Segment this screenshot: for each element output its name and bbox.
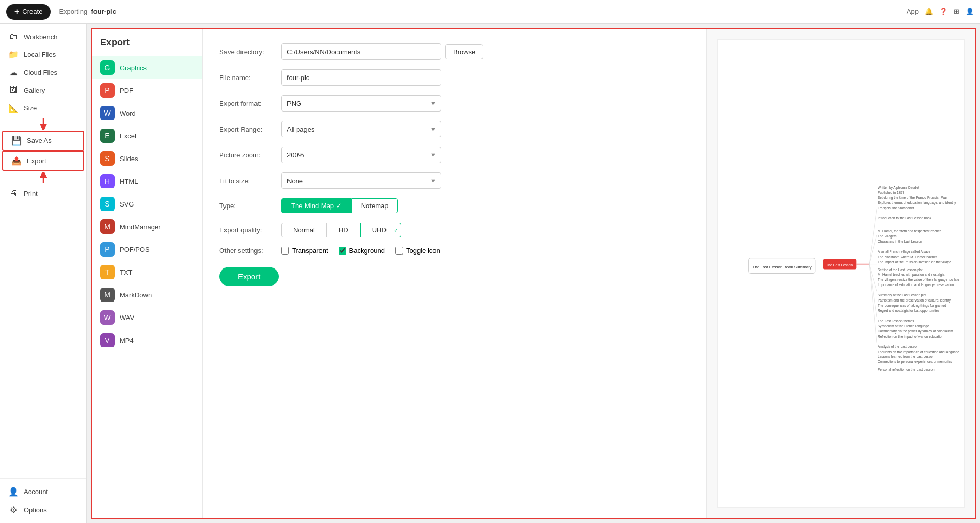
options-icon: ⚙ <box>8 505 19 515</box>
topbar-right: App 🔔 ❓ ⊞ 👤 <box>907 8 974 15</box>
quality-normal-button[interactable]: Normal <box>281 223 327 237</box>
fit-to-size-row: Fit to size: None A4 A3 Letter ▼ <box>219 172 690 189</box>
export-nav-html[interactable]: H HTML <box>92 170 202 193</box>
export-nav-mindmanager[interactable]: M MindManager <box>92 215 202 238</box>
sidebar-item-print[interactable]: 🖨 Print <box>0 184 86 202</box>
quality-hd-button[interactable]: HD <box>327 223 360 237</box>
background-checkbox-wrap[interactable]: Background <box>339 247 385 255</box>
svg-text:Reflection on the impact of wa: Reflection on the impact of war on educa… <box>878 335 943 339</box>
svg-text:The Last Lesson: The Last Lesson <box>826 263 853 267</box>
svg-text:Commentary on the power dynami: Commentary on the power dynamics of colo… <box>878 329 953 334</box>
other-settings-row: Other settings: Transparent Background <box>219 247 690 255</box>
pofpos-icon: P <box>100 242 115 257</box>
svg-text:The consequences of taking thi: The consequences of taking things for gr… <box>878 304 946 308</box>
svg-text:Explores themes of education, : Explores themes of education, language, … <box>878 201 956 205</box>
bell-icon[interactable]: 🔔 <box>925 8 933 15</box>
sidebar-item-label: Account <box>24 488 48 496</box>
export-button[interactable]: Export <box>219 267 279 286</box>
picture-zoom-select[interactable]: 50% 100% 150% 200% 300% <box>281 147 441 163</box>
type-label: Type: <box>219 202 281 210</box>
grid-icon[interactable]: ⊞ <box>954 8 959 15</box>
fit-to-size-label: Fit to size: <box>219 177 281 185</box>
picture-zoom-row: Picture zoom: 50% 100% 150% 200% 300% ▼ <box>219 147 690 163</box>
mindmap-preview: The Last Lesson Book Summary The Last Le… <box>717 39 965 508</box>
svg-text:Importance of education and la: Importance of education and language pre… <box>878 283 954 287</box>
quality-label: Export quality: <box>219 226 281 234</box>
export-form: Save directory: Browse File name: Export… <box>203 29 706 518</box>
quality-uhd-button[interactable]: UHD <box>360 223 401 237</box>
save-directory-input[interactable] <box>281 43 441 60</box>
quality-group: Normal HD UHD <box>281 223 401 237</box>
nav-graphics-label: Graphics <box>120 64 147 72</box>
export-nav-txt[interactable]: T TXT <box>92 261 202 283</box>
size-icon: 📐 <box>8 103 19 113</box>
sidebar-item-export[interactable]: 📤 Export <box>2 151 84 171</box>
export-nav-svg[interactable]: S SVG <box>92 193 202 215</box>
other-settings-label: Other settings: <box>219 247 281 255</box>
mindmap-svg: The Last Lesson Book Summary The Last Le… <box>718 40 964 507</box>
type-row: Type: The Mind Map ✓ Notemap <box>219 198 690 213</box>
export-nav-graphics[interactable]: G Graphics <box>92 56 202 79</box>
background-label: Background <box>349 247 385 255</box>
type-notemap-button[interactable]: Notemap <box>351 198 398 213</box>
browse-button[interactable]: Browse <box>445 44 483 59</box>
file-name-row: File name: <box>219 69 690 86</box>
app-label[interactable]: App <box>907 8 919 15</box>
type-mindmap-button[interactable]: The Mind Map ✓ <box>281 198 351 213</box>
type-group: The Mind Map ✓ Notemap <box>281 198 398 213</box>
export-format-wrap: PNG JPG BMP TIFF ▼ <box>281 95 441 112</box>
slides-icon: S <box>100 151 115 166</box>
quality-row: Export quality: Normal HD UHD <box>219 223 690 237</box>
user-icon[interactable]: 👤 <box>966 8 974 15</box>
sidebar-item-size[interactable]: 📐 Size <box>0 99 86 117</box>
gallery-icon: 🖼 <box>8 86 19 95</box>
toggle-icon-checkbox[interactable] <box>395 247 403 255</box>
svg-text:Connections to personal experi: Connections to personal experiences or m… <box>878 360 952 364</box>
export-nav-pofpos[interactable]: P POF/POS <box>92 238 202 261</box>
workbench-icon: 🗂 <box>8 32 19 41</box>
sidebar-item-cloud-files[interactable]: ☁ Cloud Files <box>0 64 86 82</box>
svg-text:A small French village called : A small French village called Alsace <box>878 250 930 254</box>
svg-text:Characters in the Last Lesson: Characters in the Last Lesson <box>878 240 922 243</box>
svg-text:M. Hamel, the stern and respec: M. Hamel, the stern and respected teache… <box>878 229 941 233</box>
export-format-select[interactable]: PNG JPG BMP TIFF <box>281 95 441 112</box>
sidebar-item-local-files[interactable]: 📁 Local Files <box>0 45 86 64</box>
sidebar-item-gallery[interactable]: 🖼 Gallery <box>0 82 86 99</box>
nav-svg-label: SVG <box>120 200 134 208</box>
preview-area: The Last Lesson Book Summary The Last Le… <box>706 29 975 518</box>
toggle-icon-checkbox-wrap[interactable]: Toggle icon <box>395 247 440 255</box>
export-range-label: Export Range: <box>219 125 281 133</box>
svg-text:The Last Lesson themes: The Last Lesson themes <box>878 319 914 323</box>
fit-to-size-select[interactable]: None A4 A3 Letter <box>281 172 441 189</box>
svg-text:Summary of the Last Lesson plo: Summary of the Last Lesson plot <box>878 293 926 297</box>
file-name-input[interactable] <box>281 69 441 86</box>
nav-excel-label: Excel <box>120 132 136 140</box>
sidebar-item-options[interactable]: ⚙ Options <box>0 501 86 519</box>
plus-icon: + <box>14 7 19 17</box>
toggle-icon-label: Toggle icon <box>406 247 440 255</box>
print-icon: 🖨 <box>8 188 19 198</box>
help-icon[interactable]: ❓ <box>939 8 947 15</box>
export-nav-slides[interactable]: S Slides <box>92 147 202 170</box>
export-nav-excel[interactable]: E Excel <box>92 124 202 147</box>
export-nav-mp4[interactable]: V MP4 <box>92 329 202 352</box>
create-button[interactable]: + Create <box>6 4 51 20</box>
sidebar-item-workbench[interactable]: 🗂 Workbench <box>0 28 86 45</box>
svg-text:Setting of the Last Lesson plo: Setting of the Last Lesson plot <box>878 268 923 272</box>
export-nav-wav[interactable]: W WAV <box>92 306 202 329</box>
export-nav-markdown[interactable]: M MarkDown <box>92 283 202 306</box>
export-range-select[interactable]: All pages Current page Selected <box>281 121 441 137</box>
sidebar-item-save-as[interactable]: 💾 Save As <box>2 131 84 151</box>
svg-text:Symbolism of the French langua: Symbolism of the French language <box>878 324 929 328</box>
svg-text:The villagers realize the valu: The villagers realize the value of their… <box>878 278 959 282</box>
export-nav: Export G Graphics P PDF W Word E Excel <box>92 29 203 518</box>
main-layout: 🗂 Workbench 📁 Local Files ☁ Cloud Files … <box>0 24 980 523</box>
sidebar-item-account[interactable]: 👤 Account <box>0 483 86 501</box>
export-nav-word[interactable]: W Word <box>92 102 202 124</box>
transparent-checkbox[interactable] <box>281 247 289 255</box>
sidebar-item-label: Local Files <box>24 51 56 58</box>
svg-text:The villagers: The villagers <box>878 234 897 239</box>
export-nav-pdf[interactable]: P PDF <box>92 79 202 102</box>
transparent-checkbox-wrap[interactable]: Transparent <box>281 247 328 255</box>
background-checkbox[interactable] <box>339 247 346 255</box>
